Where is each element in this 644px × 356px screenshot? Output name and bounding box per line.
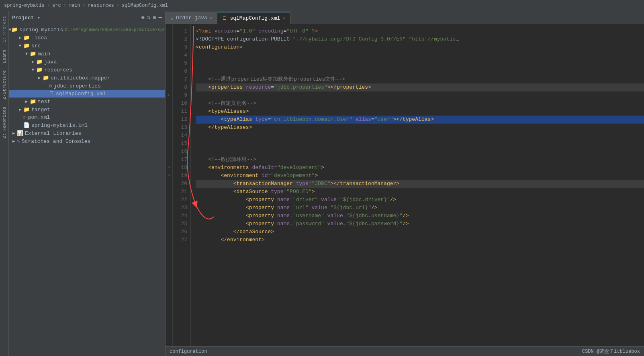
- project-panel: Project ▾ ⊕ ⇅ ⚙ — ▼ 📁 spring-mybatis D:\…: [9, 11, 166, 356]
- panel-toolbar-icons: ⊕ ⇅ ⚙ —: [141, 14, 162, 21]
- tab-label: Order.java: [176, 15, 207, 21]
- code-line-15: [196, 140, 644, 148]
- breadcrumb-item[interactable]: resources: [88, 3, 114, 8]
- line-numbers: 1 2 3 4 5 6 7 8 9 10 11 12 13 14 15 16 1…: [173, 24, 191, 346]
- breadcrumb-item[interactable]: spring-mybatis: [4, 3, 45, 8]
- tree-label: target: [31, 107, 50, 113]
- breadcrumb-item[interactable]: main: [69, 3, 80, 8]
- code-line-12: <typeAlias type="cn.itbluebox.domain.Use…: [196, 116, 644, 124]
- scope-label: configuration: [170, 349, 207, 354]
- locate-icon[interactable]: ⊕: [141, 14, 144, 21]
- code-line-26: </dataSource>: [196, 228, 644, 236]
- code-line-20: <transactionManager type="JDBC"></transa…: [196, 180, 644, 188]
- breadcrumb-item[interactable]: src: [52, 3, 61, 8]
- tree-mapper[interactable]: ▶ 📁 cn.itbluebox.mapper: [9, 74, 165, 82]
- left-side-tabs: 1: Project Learn Z-Structure 2: Favorite…: [0, 11, 9, 356]
- code-line-16: [196, 148, 644, 156]
- folder-icon: 📁: [30, 98, 36, 105]
- tree-label: src: [31, 43, 41, 49]
- code-line-7: <!--通过properties标签加载外部properties文件-->: [196, 75, 644, 83]
- expand-arrow: ▼: [30, 68, 36, 72]
- breadcrumb: spring-mybatis › src › main › resources …: [0, 0, 644, 11]
- code-line-11: <typeAliases>: [196, 108, 644, 116]
- code-line-3: <configuration>: [196, 43, 644, 51]
- breadcrumb-item-active[interactable]: sqlMapConfig.xml: [122, 3, 168, 8]
- tree-test[interactable]: ▶ 📁 test: [9, 98, 165, 106]
- xml-icon: 🗒: [49, 91, 54, 97]
- tab-project[interactable]: 1: Project: [1, 13, 8, 46]
- tree-iml[interactable]: 📄 spring-mybatis.iml: [9, 121, 165, 129]
- tree-sqlmapconfig[interactable]: 🗒 sqlMapConfig.xml: [9, 90, 165, 98]
- tab-close-order[interactable]: ✕: [210, 15, 213, 20]
- iml-icon: 📄: [23, 122, 30, 128]
- tab-zstructure[interactable]: Z-Structure: [1, 67, 8, 103]
- tree-src[interactable]: ▼ 📁 src: [9, 42, 165, 50]
- tab-bar: ☕ Order.java ✕ 🗒 sqlMapConfig.xml ✕: [166, 11, 644, 24]
- minimize-icon[interactable]: —: [159, 14, 162, 21]
- expand-arrow: ▼: [17, 44, 23, 48]
- tree-label: .idea: [31, 35, 47, 41]
- tree-pom[interactable]: m pom.xml: [9, 114, 165, 121]
- expand-arrow: ▶: [10, 139, 17, 144]
- tree-target[interactable]: ▶ 📁 target: [9, 106, 165, 114]
- status-bar: configuration CSDN @蓝盒子itbluebox: [166, 346, 644, 356]
- tab-favorites[interactable]: 2: Favorites: [1, 104, 8, 142]
- expand-arrow: ▶: [23, 99, 30, 104]
- expand-arrow: ▶: [10, 131, 17, 136]
- folder-icon: 📁: [36, 59, 43, 65]
- watermark: CSDN @蓝盒子itbluebox: [582, 348, 640, 355]
- expand-arrow: ▶: [17, 35, 23, 40]
- code-editor[interactable]: <?xml version="1.0" encoding="UTF-8" ?> …: [191, 24, 644, 346]
- tab-icon: ☕: [170, 15, 174, 21]
- folder-icon: 📁: [36, 67, 43, 73]
- props-icon: ⚙: [49, 83, 52, 89]
- tree-java[interactable]: ▶ 📁 java: [9, 58, 165, 66]
- expand-arrow: ▶: [30, 59, 36, 64]
- tree-label: pom.xml: [28, 114, 50, 120]
- scratch-icon: ✎: [17, 138, 20, 144]
- tab-order-java[interactable]: ☕ Order.java ✕: [166, 12, 217, 24]
- editor-gutter: ⊳ ⊳ ⊳: [166, 24, 173, 346]
- tab-sqlmapconfig[interactable]: 🗒 sqlMapConfig.xml ✕: [217, 12, 290, 24]
- tab-icon: 🗒: [222, 15, 227, 21]
- tree-idea[interactable]: ▶ 📁 .idea: [9, 34, 165, 42]
- expand-arrow: ▶: [17, 107, 23, 112]
- tree-label: spring-mybatis: [19, 27, 63, 33]
- maven-icon: m: [23, 114, 27, 120]
- folder-icon: 📁: [30, 51, 36, 57]
- tree-label: sqlMapConfig.xml: [56, 91, 106, 97]
- tree-label: resources: [44, 67, 72, 73]
- code-line-23: <property name="url" value="${jdbc.url}"…: [196, 204, 644, 212]
- code-line-1: <?xml version="1.0" encoding="UTF-8" ?>: [196, 27, 644, 35]
- tree-external-libs[interactable]: ▶ 📊 External Libraries: [9, 129, 165, 137]
- tree-label: cn.itbluebox.mapper: [51, 75, 110, 81]
- code-line-2: <!DOCTYPE configuration PUBLIC "-//mybat…: [196, 35, 644, 43]
- tab-close-sqlmap[interactable]: ✕: [282, 16, 285, 21]
- settings-icon[interactable]: ⚙: [153, 14, 156, 21]
- tree-label: External Libraries: [25, 130, 81, 136]
- code-line-19: <environment id="developement">: [196, 172, 644, 180]
- tree-label: jdbc.properties: [54, 83, 101, 89]
- folder-icon: 📁: [43, 75, 49, 81]
- folder-icon: 📁: [23, 35, 30, 41]
- tree-label: main: [38, 51, 50, 57]
- tree-root[interactable]: ▼ 📁 spring-mybatis D:\AProgramWorkSpace\…: [9, 26, 165, 34]
- code-line-24: <property name="username" value="${jdbc.…: [196, 212, 644, 220]
- tree-jdbc-props[interactable]: ⚙ jdbc.properties: [9, 82, 165, 90]
- folder-icon: 📁: [23, 43, 30, 49]
- tree-resources[interactable]: ▼ 📁 resources: [9, 66, 165, 74]
- tree-label: test: [38, 99, 50, 105]
- code-line-6: [196, 67, 644, 75]
- lib-icon: 📊: [17, 130, 23, 136]
- expand-icon[interactable]: ⇅: [147, 14, 150, 21]
- tree-scratches[interactable]: ▶ ✎ Scratches and Consoles: [9, 137, 165, 145]
- code-line-10: <!--自定义别名-->: [196, 100, 644, 108]
- tree-label: java: [44, 59, 57, 65]
- file-tree: ▼ 📁 spring-mybatis D:\AProgramWorkSpace\…: [9, 24, 165, 356]
- tab-learn[interactable]: Learn: [1, 47, 8, 66]
- tree-main[interactable]: ▼ 📁 main: [9, 50, 165, 58]
- tree-label: Scratches and Consoles: [22, 138, 91, 144]
- code-line-13: </typeAliases>: [196, 124, 644, 132]
- code-line-27: </environment>: [196, 236, 644, 244]
- expand-arrow: ▼: [23, 52, 30, 56]
